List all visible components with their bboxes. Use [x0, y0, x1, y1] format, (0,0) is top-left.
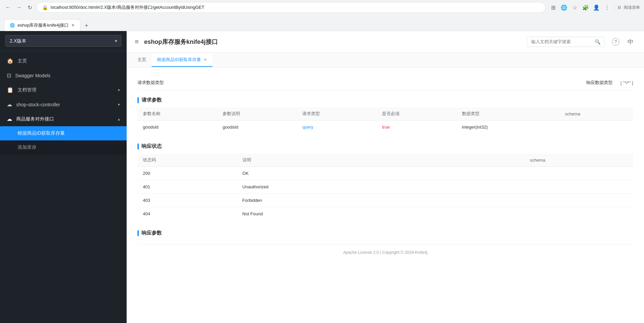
col-param-desc: 参数说明 [217, 107, 297, 120]
reading-list-icon[interactable]: ⊟ [618, 5, 621, 10]
sidebar-item-swagger-models-label: Swagger Models [15, 73, 50, 78]
response-data-type-label: 响应数据类型 [586, 80, 613, 86]
sidebar-item-home[interactable]: 🏠 主页 [0, 54, 127, 68]
param-schema-cell [560, 120, 633, 134]
sidebar-item-home-label: 主页 [18, 58, 27, 64]
sidebar-item-product-external[interactable]: ☁ 商品服务对外接口 ▴ [0, 112, 127, 126]
main-tabs: 主页 根据商品ID获取库存量 ✕ [127, 53, 644, 68]
param-desc-cell: goodsId [217, 120, 297, 134]
response-status-header-row: 状态码 说明 schema [137, 154, 633, 167]
search-icon[interactable]: 🔍 [595, 39, 600, 45]
request-data-type-label: 请求数据类型 [137, 80, 164, 86]
lang-switch-button[interactable]: 中 [625, 36, 636, 47]
request-params-header-row: 参数名称 参数说明 请求类型 是否必须 数据类型 schema [137, 107, 633, 120]
tab-home-label: 主页 [137, 57, 146, 63]
main-content: 请求数据类型 响应数据类型 [ "*/*" ] 请求参数 参数名称 [127, 68, 644, 323]
col-status-desc: 说明 [237, 154, 390, 167]
reload-button[interactable]: ↻ [26, 3, 34, 11]
tab-home[interactable]: 主页 [132, 53, 152, 67]
status-200-desc: OK [237, 167, 390, 180]
col-data-type: 数据类型 [457, 107, 560, 120]
help-icon-button[interactable]: ? [610, 36, 621, 47]
status-403-schema [524, 194, 633, 207]
table-row: 403 Forbidden [137, 194, 633, 207]
request-params-table: 参数名称 参数说明 请求类型 是否必须 数据类型 schema goodsId … [137, 107, 633, 134]
extension-icon-button[interactable]: 🧩 [581, 3, 590, 12]
col-required: 是否必须 [377, 107, 456, 120]
profile-icon-button[interactable]: 👤 [592, 3, 601, 12]
request-params-title-text: 请求参数 [141, 97, 162, 103]
col-request-type: 请求类型 [297, 107, 377, 120]
version-select-wrap: 2.X版本 1.X版本 3.X版本 ▾ [0, 31, 127, 51]
search-input[interactable] [531, 39, 592, 44]
param-name-cell: goodsId [137, 120, 217, 134]
col-status-code: 状态码 [137, 154, 237, 167]
sidebar-item-swagger-models[interactable]: ⊡ Swagger Models [0, 68, 127, 83]
product-external-chevron-icon: ▴ [118, 117, 120, 122]
product-external-icon: ☁ [7, 116, 12, 122]
menu-toggle-icon[interactable]: ≡ [135, 38, 139, 46]
sidebar-item-doc-manage-label: 文档管理 [18, 87, 36, 93]
browser-tab-close[interactable]: ✕ [71, 23, 75, 28]
sidebar-submenu-item-add-stock[interactable]: 添加库存 [0, 140, 127, 155]
col-status-empty2 [435, 154, 480, 167]
content-body: 请求数据类型 响应数据类型 [ "*/*" ] 请求参数 参数名称 [127, 68, 644, 268]
page-footer: Apache License 2.0 | Copyright © 2019-Kn… [137, 244, 633, 260]
response-params-section-title: 响应参数 [137, 230, 633, 236]
table-row: 401 Unauthorized [137, 180, 633, 194]
request-params-section-title: 请求参数 [137, 97, 633, 103]
data-type-row: 请求数据类型 响应数据类型 [ "*/*" ] [137, 76, 633, 90]
doc-manage-icon: 📋 [7, 87, 14, 93]
back-button[interactable]: ← [4, 3, 12, 11]
sidebar-submenu-product-external: 根据商品ID获取库存量 添加库存 [0, 126, 127, 155]
sidebar-item-product-external-label: 商品服务对外接口 [16, 116, 54, 122]
translate-icon-button[interactable]: 🌐 [559, 3, 569, 12]
home-icon: 🏠 [7, 58, 14, 64]
status-403-desc: Forbidden [237, 194, 390, 207]
status-404-desc: Not Found [237, 207, 390, 221]
col-param-name: 参数名称 [137, 107, 217, 120]
status-401-schema [524, 180, 633, 194]
version-select[interactable]: 2.X版本 1.X版本 3.X版本 [5, 35, 121, 47]
status-403-code: 403 [137, 194, 237, 207]
grid-icon-button[interactable]: ⊞ [548, 3, 558, 12]
lang-icon: 中 [627, 38, 634, 46]
response-data-type-area: 响应数据类型 [ "*/*" ] [586, 80, 633, 86]
sidebar-item-product-external-left: ☁ 商品服务对外接口 [7, 116, 54, 122]
sidebar-item-shop-stock-label: shop-stock-controller [16, 102, 60, 107]
status-200-schema [524, 167, 633, 180]
header-search: 🔍 [527, 37, 605, 47]
forward-button[interactable]: → [15, 3, 23, 11]
star-icon-button[interactable]: ☆ [570, 3, 579, 12]
section-bar-response-status [137, 143, 139, 150]
sidebar-item-doc-manage-left: 📋 文档管理 [7, 87, 36, 93]
sidebar-item-doc-manage[interactable]: 📋 文档管理 ▾ [0, 83, 127, 97]
app: 2.X版本 1.X版本 3.X版本 ▾ 🏠 主页 ⊡ Swagger Model… [0, 31, 644, 323]
main-header: ≡ eshop库存服务knife4j接口 🔍 ? 中 [127, 31, 644, 53]
sidebar: 2.X版本 1.X版本 3.X版本 ▾ 🏠 主页 ⊡ Swagger Model… [0, 31, 127, 323]
tab-close-icon[interactable]: ✕ [204, 57, 207, 62]
sidebar-submenu-item-get-stock[interactable]: 根据商品ID获取库存量 [0, 126, 127, 140]
tab-stock-label: 根据商品ID获取库存量 [157, 57, 201, 63]
response-status-section-title: 响应状态 [137, 143, 633, 150]
browser-tab[interactable]: 🌐 eshop库存服务knife4j接口 ✕ [4, 19, 80, 31]
menu-icon-button[interactable]: ⋮ [602, 3, 612, 12]
param-data-type-cell: integer(int32) [457, 120, 560, 134]
col-status-schema: schema [524, 154, 633, 167]
reading-list-label: 阅读清单 [624, 5, 640, 10]
section-bar-request [137, 97, 139, 103]
version-select-container: 2.X版本 1.X版本 3.X版本 ▾ [5, 35, 121, 47]
status-401-desc: Unauthorized [237, 180, 390, 194]
sidebar-item-shop-stock-controller[interactable]: ☁ shop-stock-controller ▾ [0, 97, 127, 112]
sidebar-nav: 🏠 主页 ⊡ Swagger Models 📋 文档管理 ▾ ☁ sho [0, 51, 127, 323]
new-tab-button[interactable]: + [81, 20, 92, 31]
header-actions: ? 中 [610, 36, 636, 47]
section-bar-response-params [137, 230, 139, 236]
param-type-tag: query [302, 125, 313, 130]
help-circle-icon: ? [612, 38, 619, 46]
table-row: 404 Not Found [137, 207, 633, 221]
address-bar[interactable]: 🔒 localhost:8050/doc.html#/2.X版本/商品服务对外接… [36, 2, 546, 13]
browser-chrome: ← → ↻ 🔒 localhost:8050/doc.html#/2.X版本/商… [0, 0, 644, 31]
tab-stock[interactable]: 根据商品ID获取库存量 ✕ [152, 53, 212, 67]
browser-nav: ← → ↻ 🔒 localhost:8050/doc.html#/2.X版本/商… [0, 0, 644, 15]
